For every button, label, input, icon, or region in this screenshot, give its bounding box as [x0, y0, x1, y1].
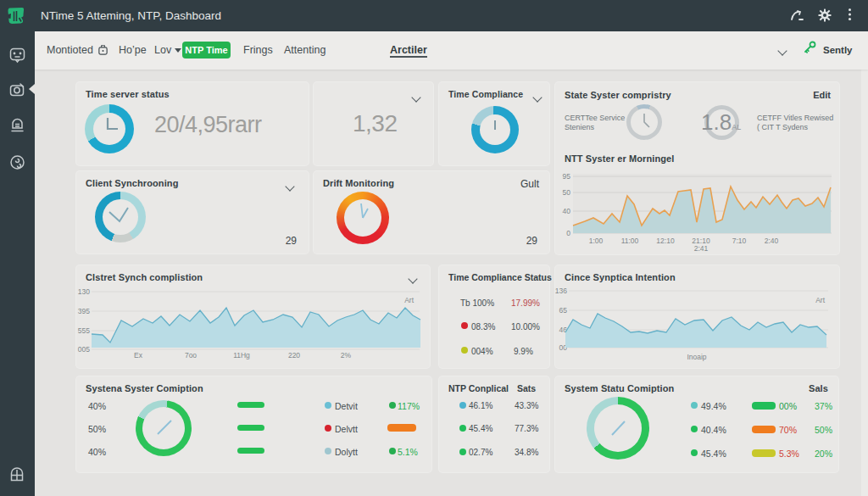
svg-text:220: 220	[288, 351, 300, 359]
svg-text:12:10: 12:10	[656, 237, 675, 245]
svg-text:95: 95	[563, 172, 571, 181]
svg-text:136: 136	[555, 287, 567, 295]
svg-text:555: 555	[78, 326, 90, 335]
svg-text:7:10: 7:10	[732, 237, 747, 245]
svg-text:7oo: 7oo	[185, 351, 197, 359]
svg-text:Art: Art	[815, 296, 826, 304]
svg-text:11:00: 11:00	[621, 237, 639, 245]
svg-text:40: 40	[563, 207, 571, 215]
svg-text:1:00: 1:00	[589, 237, 604, 245]
svg-text:Ex: Ex	[134, 351, 143, 359]
svg-text:Art: Art	[404, 296, 415, 304]
svg-text:005: 005	[78, 345, 90, 354]
svg-text:11Hg: 11Hg	[233, 351, 250, 359]
svg-text:2%: 2%	[341, 351, 352, 359]
svg-text:0: 0	[566, 229, 570, 237]
svg-text:2:41: 2:41	[694, 244, 709, 253]
svg-text:130: 130	[78, 287, 90, 296]
svg-text:395: 395	[78, 307, 90, 315]
svg-text:Inoaip: Inoaip	[687, 353, 706, 361]
svg-text:65: 65	[559, 306, 568, 315]
svg-text:50: 50	[563, 188, 571, 197]
svg-text:2:40: 2:40	[765, 237, 779, 245]
